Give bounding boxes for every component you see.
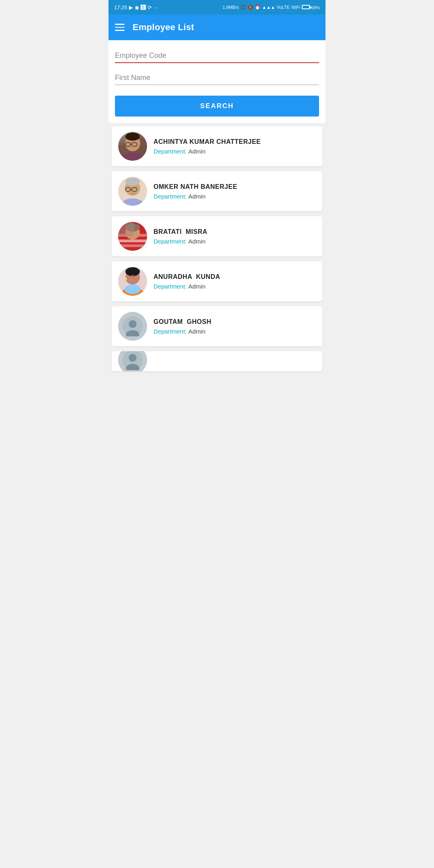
wifi-icon: WiFi bbox=[291, 5, 300, 10]
dept-value: Admin bbox=[188, 148, 206, 155]
employee-name: ANURADHA KUNDA bbox=[154, 273, 316, 280]
employee-info bbox=[154, 359, 316, 361]
signal-icon: ▲▲▲ bbox=[262, 5, 275, 10]
svg-point-35 bbox=[125, 278, 127, 280]
avatar bbox=[118, 222, 147, 251]
employee-info: BRATATI MISRA Department: Admin bbox=[154, 228, 316, 245]
svg-point-40 bbox=[129, 354, 136, 362]
network-speed: 1.9MB/s bbox=[223, 5, 239, 10]
search-button[interactable]: SEARCH bbox=[115, 96, 319, 117]
status-left: 17:25 ▶ ◉ 🅱 ⟳ ··· bbox=[114, 4, 158, 10]
employee-name: BRATATI MISRA bbox=[154, 228, 316, 235]
alarm-icon: ⏰ bbox=[255, 5, 260, 10]
dept-label: Department: bbox=[154, 238, 188, 245]
search-form: SEARCH bbox=[108, 40, 326, 123]
employee-name: GOUTAM GHOSH bbox=[154, 318, 316, 326]
avatar bbox=[118, 267, 147, 296]
employee-info: GOUTAM GHOSH Department: Admin bbox=[154, 318, 316, 335]
avatar bbox=[118, 312, 147, 341]
employee-info: ANURADHA KUNDA Department: Admin bbox=[154, 273, 316, 290]
svg-point-12 bbox=[125, 133, 140, 141]
svg-rect-28 bbox=[118, 222, 134, 236]
svg-point-31 bbox=[125, 285, 141, 294]
lte-label: VoLTE bbox=[277, 5, 290, 10]
status-icon2: 🅱 bbox=[141, 4, 146, 10]
employee-card[interactable]: GOUTAM GHOSH Department: Admin bbox=[112, 306, 322, 346]
svg-point-17 bbox=[125, 178, 140, 186]
employee-card[interactable]: ACHINTYA KUMAR CHATTERJEE Department: Ad… bbox=[112, 126, 322, 166]
dept-label: Department: bbox=[154, 193, 188, 200]
employee-department: Department: Admin bbox=[154, 148, 316, 155]
employee-department: Department: Admin bbox=[154, 328, 316, 335]
employee-info: ACHINTYA KUMAR CHATTERJEE Department: Ad… bbox=[154, 138, 316, 155]
avatar bbox=[118, 177, 147, 206]
dept-label: Department: bbox=[154, 148, 188, 155]
employee-card[interactable]: BRATATI MISRA Department: Admin bbox=[112, 216, 322, 256]
svg-point-34 bbox=[132, 275, 134, 277]
play-icon: ▶ bbox=[129, 4, 133, 10]
employee-name: ACHINTYA KUMAR CHATTERJEE bbox=[154, 138, 316, 145]
dept-value: Admin bbox=[188, 193, 206, 200]
employee-code-input[interactable] bbox=[115, 48, 319, 63]
dept-value: Admin bbox=[188, 283, 206, 290]
mute-icon: 🔕 bbox=[248, 5, 253, 10]
employee-department: Department: Admin bbox=[154, 283, 316, 290]
employee-card[interactable] bbox=[112, 351, 322, 371]
status-icon3: ⟳ bbox=[147, 4, 152, 10]
avatar bbox=[118, 351, 147, 371]
svg-point-37 bbox=[129, 320, 136, 328]
status-bar: 17:25 ▶ ◉ 🅱 ⟳ ··· 1.9MB/s 🎧 🔕 ⏰ ▲▲▲ VoLT… bbox=[108, 0, 326, 14]
svg-rect-24 bbox=[118, 240, 147, 242]
first-name-group bbox=[115, 70, 319, 85]
app-bar: Employee List bbox=[108, 14, 326, 40]
ellipsis: ··· bbox=[154, 4, 158, 10]
headphone-icon: 🎧 bbox=[240, 5, 246, 10]
employee-list: ACHINTYA KUMAR CHATTERJEE Department: Ad… bbox=[108, 123, 326, 375]
status-icon1: ◉ bbox=[135, 4, 139, 10]
battery-container: 69% bbox=[302, 5, 320, 10]
dept-label: Department: bbox=[154, 328, 188, 335]
svg-rect-25 bbox=[118, 244, 147, 247]
first-name-input[interactable] bbox=[115, 70, 319, 85]
employee-department: Department: Admin bbox=[154, 193, 316, 200]
employee-name: OMKER NATH BANERJEE bbox=[154, 183, 316, 190]
page-title: Employee List bbox=[133, 22, 194, 33]
dept-value: Admin bbox=[188, 238, 206, 245]
menu-button[interactable] bbox=[115, 24, 125, 31]
avatar bbox=[118, 132, 147, 161]
employee-department: Department: Admin bbox=[154, 238, 316, 245]
employee-card[interactable]: ANURADHA KUNDA Department: Admin bbox=[112, 261, 322, 301]
time: 17:25 bbox=[114, 4, 127, 10]
dept-value: Admin bbox=[188, 328, 206, 335]
employee-code-group bbox=[115, 48, 319, 63]
battery-percent: 69 bbox=[311, 5, 316, 10]
dept-label: Department: bbox=[154, 283, 188, 290]
employee-card[interactable]: OMKER NATH BANERJEE Department: Admin bbox=[112, 171, 322, 211]
status-right: 1.9MB/s 🎧 🔕 ⏰ ▲▲▲ VoLTE WiFi 69% bbox=[223, 5, 320, 10]
employee-info: OMKER NATH BANERJEE Department: Admin bbox=[154, 183, 316, 200]
